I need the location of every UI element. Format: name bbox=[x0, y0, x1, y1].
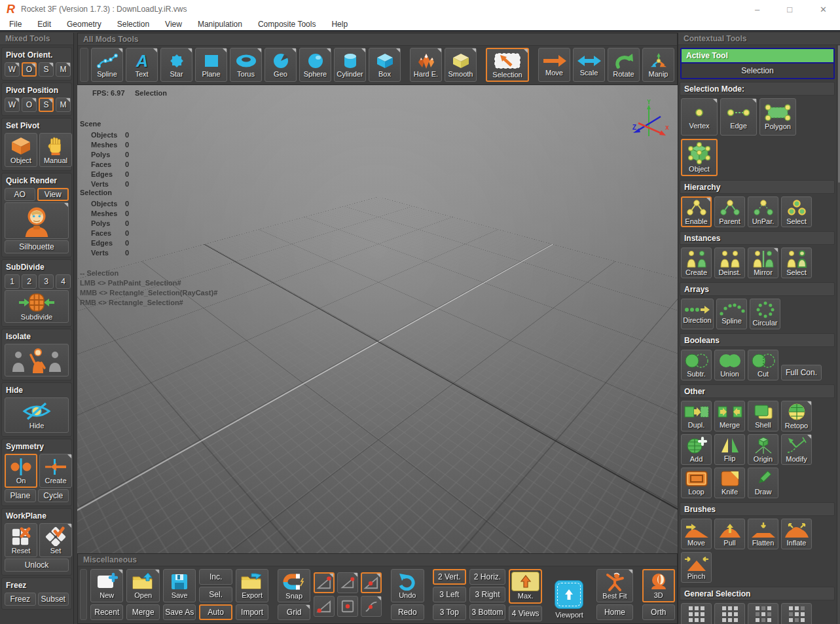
active-tool-value[interactable]: Selection bbox=[682, 62, 833, 78]
pivot-position-o-button[interactable]: O bbox=[22, 98, 37, 112]
pivot-orient-s-button[interactable]: S bbox=[39, 62, 54, 77]
symmetry-plane-button[interactable]: Plane bbox=[5, 489, 36, 502]
hide-button[interactable]: Hide bbox=[5, 397, 69, 433]
quick-render-preview-button[interactable] bbox=[5, 202, 69, 239]
layout-max-button[interactable]: Max. bbox=[509, 569, 541, 604]
home-button[interactable]: Home bbox=[596, 604, 633, 620]
symmetry-cycle-button[interactable]: Cycle bbox=[38, 489, 69, 502]
layout-3-right-button[interactable]: 3 Right bbox=[469, 587, 506, 602]
sphere-tool-button[interactable]: Sphere bbox=[299, 48, 331, 82]
menu-edit[interactable]: Edit bbox=[37, 20, 51, 29]
object-mode-button[interactable]: Object bbox=[681, 139, 718, 176]
orth-button[interactable]: Orth bbox=[642, 604, 675, 620]
layout-3-top-button[interactable]: 3 Top bbox=[433, 604, 466, 620]
subdivide-button[interactable]: Subdivide bbox=[5, 290, 69, 323]
origin-button[interactable]: Origin bbox=[748, 434, 778, 465]
layout-3-bottom-button[interactable]: 3 Bottom bbox=[469, 604, 506, 620]
export-button[interactable]: Export bbox=[236, 569, 268, 602]
quick-render-silhouette-button[interactable]: Silhouette bbox=[5, 240, 69, 253]
grid-button[interactable]: Grid bbox=[278, 604, 310, 620]
hierarchy-select-button[interactable]: Select bbox=[781, 196, 812, 227]
boolean-cut-button[interactable]: Cut bbox=[748, 350, 778, 380]
redo-button[interactable]: Redo bbox=[391, 604, 424, 620]
text-tool-button[interactable]: A Text bbox=[126, 48, 158, 82]
menu-help[interactable]: Help bbox=[331, 20, 348, 29]
rotate-tool-button[interactable]: Rotate bbox=[608, 48, 640, 82]
perspective-3d-button[interactable]: 3D bbox=[642, 569, 675, 602]
hierarchy-unparent-button[interactable]: UnPar. bbox=[748, 196, 778, 227]
boolean-union-button[interactable]: Union bbox=[714, 350, 745, 380]
merge-objects-button[interactable]: Merge bbox=[714, 401, 745, 431]
menu-composite-tools[interactable]: Composite Tools bbox=[258, 20, 316, 29]
boolean-full-connect-button[interactable]: Full Con. bbox=[781, 365, 822, 380]
selection-tool-button[interactable]: Selection bbox=[486, 48, 529, 82]
brush-pull-button[interactable]: Pull bbox=[714, 519, 745, 549]
pivot-orient-w-button[interactable]: W bbox=[5, 62, 20, 77]
arrays-circular-button[interactable]: Circular bbox=[750, 299, 780, 329]
snap-edge-option-button[interactable] bbox=[337, 572, 358, 593]
smooth-tool-button[interactable]: Smooth bbox=[445, 48, 477, 82]
snap-corner-option-button[interactable] bbox=[314, 596, 335, 617]
polygon-mode-button[interactable]: Polygon bbox=[759, 98, 796, 136]
import-button[interactable]: Import bbox=[236, 604, 268, 620]
subdivide-level-4-button[interactable]: 4 bbox=[56, 274, 71, 289]
menu-file[interactable]: File bbox=[9, 20, 22, 29]
pivot-position-s-button[interactable]: S bbox=[39, 98, 54, 112]
add-geometry-button[interactable]: Add bbox=[681, 434, 712, 465]
menu-manipulation[interactable]: Manipulation bbox=[198, 20, 242, 29]
arrays-spline-button[interactable]: Spline bbox=[716, 299, 747, 329]
knife-button[interactable]: Knife bbox=[714, 468, 745, 498]
snap-center-option-button[interactable] bbox=[337, 596, 358, 617]
right-panel-scrollbar[interactable] bbox=[837, 45, 840, 624]
layout-4-views-button[interactable]: 4 Views bbox=[509, 606, 541, 621]
draw-button[interactable]: Draw bbox=[748, 468, 778, 498]
hierarchy-parent-button[interactable]: Parent bbox=[714, 196, 745, 227]
workplane-set-button[interactable]: Set bbox=[39, 523, 72, 557]
select-all-button[interactable]: All bbox=[681, 603, 712, 624]
viewport-3d[interactable]: FPS: 6.97 Selection Scene Objects0 Meshe… bbox=[77, 85, 678, 553]
workplane-reset-button[interactable]: Reset bbox=[5, 523, 37, 557]
instances-deinstance-button[interactable]: Deinst. bbox=[714, 248, 745, 278]
select-random-button[interactable]: Random bbox=[781, 603, 812, 624]
close-button[interactable]: ✕ bbox=[820, 5, 827, 14]
new-button[interactable]: New bbox=[90, 569, 123, 602]
pivot-orient-o-button[interactable]: O bbox=[22, 62, 37, 77]
manip-tool-button[interactable]: Manip bbox=[642, 48, 674, 82]
scale-tool-button[interactable]: Scale bbox=[573, 48, 605, 82]
minimize-button[interactable]: – bbox=[755, 5, 759, 14]
snap-midpoint-option-button[interactable] bbox=[361, 572, 382, 593]
select-inverse-button[interactable]: Inverse bbox=[748, 603, 778, 624]
workplane-unlock-button[interactable]: Unlock bbox=[5, 559, 69, 572]
inc-button[interactable]: Inc. bbox=[199, 569, 232, 585]
hard-edge-tool-button[interactable]: Hard E. bbox=[410, 48, 442, 82]
flip-button[interactable]: Flip bbox=[714, 434, 745, 465]
menu-selection[interactable]: Selection bbox=[117, 20, 149, 29]
undo-button[interactable]: Undo bbox=[391, 569, 424, 602]
instances-create-button[interactable]: Create bbox=[681, 248, 712, 278]
brush-inflate-button[interactable]: Inflate bbox=[781, 519, 812, 549]
vertex-mode-button[interactable]: Vertex bbox=[681, 98, 718, 136]
subdivide-level-2-button[interactable]: 2 bbox=[22, 274, 37, 289]
open-button[interactable]: Open bbox=[126, 569, 159, 602]
maximize-button[interactable]: □ bbox=[787, 5, 792, 14]
arrays-direction-button[interactable]: Direction bbox=[681, 299, 714, 329]
brush-flatten-button[interactable]: Flatten bbox=[748, 519, 778, 549]
pivot-position-m-button[interactable]: M bbox=[56, 98, 71, 112]
freez-subset-button[interactable]: Subset bbox=[38, 593, 69, 606]
snap-vertex-option-button[interactable] bbox=[314, 572, 335, 593]
auto-button[interactable]: Auto bbox=[199, 604, 232, 620]
pivot-position-w-button[interactable]: W bbox=[5, 98, 20, 112]
symmetry-on-button[interactable]: On bbox=[5, 454, 37, 488]
edge-mode-button[interactable]: Edge bbox=[720, 98, 757, 136]
hierarchy-enable-button[interactable]: Enable bbox=[681, 196, 712, 227]
menu-view[interactable]: View bbox=[165, 20, 182, 29]
instances-mirror-button[interactable]: Mirror bbox=[748, 248, 778, 278]
viewport-button[interactable]: Viewport bbox=[551, 569, 588, 620]
save-button[interactable]: Save bbox=[163, 569, 196, 602]
isolate-button[interactable] bbox=[5, 344, 69, 376]
layout-2-horiz-button[interactable]: 2 Horiz. bbox=[469, 569, 506, 585]
snap-curve-option-button[interactable] bbox=[361, 596, 382, 617]
plane-tool-button[interactable]: Plane bbox=[195, 48, 227, 82]
layout-2-vert-button[interactable]: 2 Vert. bbox=[433, 569, 466, 585]
duplicate-button[interactable]: Dupl. bbox=[681, 401, 712, 431]
